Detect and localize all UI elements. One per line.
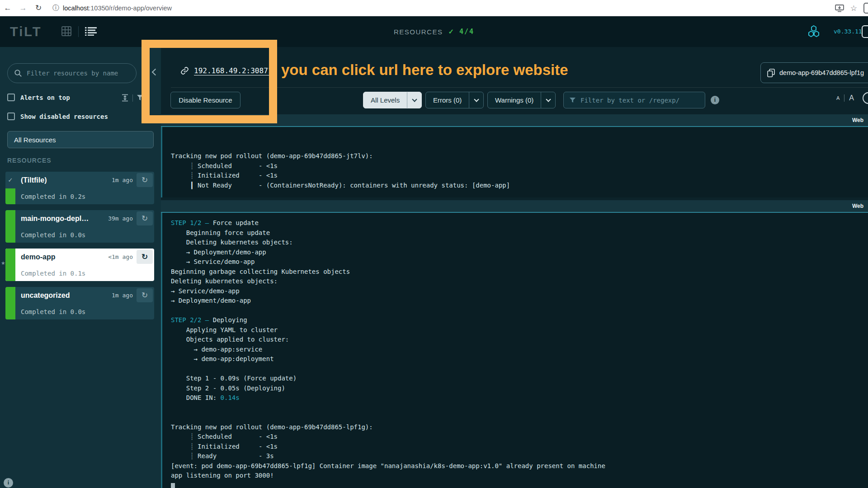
resource-status-bar [5, 265, 15, 281]
log-line: → Deployment/demo-app [171, 248, 868, 258]
log-line: ┊ Scheduled - <1s [171, 161, 868, 171]
resource-name: uncategorized [21, 291, 112, 300]
link-icon [180, 66, 189, 75]
resource-count: 4/4 [459, 28, 474, 36]
resource-search-box[interactable] [7, 63, 137, 83]
log-line: ┊ Initialized - <1s [171, 171, 868, 181]
resource-card[interactable]: uncategorized1m agoCompleted in 0.0s [5, 287, 154, 319]
log-pane: WebTracking new pod rollout (demo-app-69… [161, 114, 868, 488]
refresh-icon[interactable] [137, 211, 153, 225]
info-icon[interactable]: i [4, 478, 13, 488]
tilt-version-label[interactable]: v0.33.11 [834, 28, 862, 35]
refresh-icon[interactable] [137, 250, 153, 264]
endpoint-link[interactable]: 192.168.49.2:30871 [194, 66, 272, 75]
log-segment: STEP 1/2 — Force update Beginning force … [161, 213, 868, 488]
errors-count-label: Errors (0) [426, 92, 469, 108]
header-partial-icon[interactable] [862, 25, 868, 38]
log-line: STEP 2/2 — Deploying [171, 315, 868, 325]
resource-card[interactable]: ✓(Tiltfile)1m agoCompleted in 0.2s [5, 172, 154, 204]
log-line: ┊ Scheduled - <1s [171, 432, 868, 442]
address-bar[interactable]: localhost:10350/r/demo-app/overview [63, 5, 172, 12]
browser-reload-icon[interactable] [31, 3, 46, 13]
show-disabled-label: Show disabled resources [20, 113, 108, 120]
log-level-value: All Levels [363, 92, 407, 108]
log-line: Deleting kubernetes objects: [171, 238, 868, 248]
chevron-down-icon[interactable] [407, 92, 421, 108]
resource-status-text: Completed in 0.0s [15, 227, 154, 243]
resource-card[interactable]: main-mongo-depl…39m agoCompleted in 0.0s [5, 210, 154, 243]
search-input[interactable] [27, 70, 126, 77]
resource-name: demo-app [21, 253, 108, 261]
filter-info-icon[interactable]: i [711, 96, 719, 104]
errors-dropdown[interactable]: Errors (0) [425, 92, 484, 108]
resource-status-text: Completed in 0.0s [15, 304, 154, 319]
log-line: → Deployment/demo-app [171, 296, 868, 306]
cluster-hexagons-icon[interactable] [807, 24, 821, 39]
resource-status-bar [5, 249, 15, 265]
resource-status-text: Completed in 0.1s [15, 265, 154, 281]
site-info-icon[interactable]: ⓘ [52, 4, 59, 12]
alerts-on-top-row: Alerts on top [7, 94, 70, 101]
log-line: Beginning force update [171, 228, 868, 238]
history-partial-icon[interactable] [863, 92, 868, 104]
refresh-icon[interactable] [137, 173, 153, 187]
resource-list: ✓(Tiltfile)1m agoCompleted in 0.2smain-m… [5, 172, 154, 325]
chevron-down-icon[interactable] [541, 92, 555, 108]
chevron-down-icon[interactable] [469, 92, 483, 108]
log-source-button[interactable]: Web [852, 203, 868, 209]
resource-detail-pane: 192.168.49.2:30871 Disable Resource All … [161, 47, 868, 488]
log-source-button[interactable]: Web [852, 117, 868, 123]
resource-title-row: uncategorized1m ago [15, 287, 154, 304]
font-increase-button[interactable]: A [849, 94, 854, 102]
terminal-cursor [171, 483, 175, 488]
tilt-app-window: ⓘ localhost:10350/r/demo-app/overview ☆ … [0, 0, 868, 488]
log-filter-box[interactable] [563, 92, 705, 108]
resource-title-row: demo-app<1m ago [15, 249, 154, 265]
resource-card[interactable]: demo-app<1m agoCompleted in 0.1s [5, 249, 154, 281]
log-line: ┊ Ready - 3s [171, 451, 868, 461]
log-line: Tracking new pod rollout (demo-app-69b47… [171, 422, 868, 432]
sort-divider [132, 94, 133, 102]
log-line: Objects applied to cluster: [171, 335, 868, 345]
filter-order-icon[interactable] [137, 94, 143, 101]
show-disabled-checkbox[interactable] [7, 113, 15, 120]
alerts-on-top-checkbox[interactable] [7, 94, 15, 101]
log-line: Tracking new pod rollout (demo-app-69b47… [171, 151, 868, 161]
bookmark-star-icon[interactable]: ☆ [850, 4, 857, 13]
browser-back-icon[interactable] [0, 4, 15, 13]
resource-check-icon: ✓ [5, 172, 15, 188]
font-controls-divider [844, 94, 844, 102]
browser-forward-icon[interactable] [15, 4, 31, 13]
annotation-text: you can click url here to explore websit… [281, 61, 568, 79]
search-icon [14, 69, 22, 77]
detail-header-divider [171, 87, 868, 88]
log-line: → demo-app:deployment [171, 354, 868, 364]
log-level-dropdown[interactable]: All Levels [363, 92, 422, 108]
favorite-star-icon[interactable] [1, 260, 5, 266]
resource-status-text: Completed in 0.2s [15, 188, 154, 204]
warnings-dropdown[interactable]: Warnings (0) [487, 92, 556, 108]
log-line: → Service/demo-app [171, 286, 868, 296]
log-line: Step 1 - 0.09s (Force update) [171, 374, 868, 384]
warnings-count-label: Warnings (0) [488, 92, 541, 108]
resources-summary-label: RESOURCES [394, 28, 443, 36]
browser-profile-icon[interactable] [863, 3, 868, 14]
log-segment-header: Web [161, 114, 868, 127]
log-line [171, 413, 868, 422]
install-app-icon[interactable] [835, 4, 844, 13]
all-resources-button[interactable]: All Resources [7, 131, 154, 148]
log-line: Applying YAML to cluster [171, 325, 868, 335]
resource-age: <1m ago [108, 253, 133, 260]
refresh-icon[interactable] [137, 288, 153, 302]
resource-name: (Tiltfile) [21, 176, 112, 184]
disable-resource-button[interactable]: Disable Resource [170, 92, 241, 108]
log-filter-input[interactable] [580, 97, 693, 104]
log-line: [event: pod demo-app-69b47dd865-lpf1g] C… [171, 461, 868, 471]
healthy-check-icon: ✓ [448, 28, 454, 36]
copy-pod-name-button[interactable]: demo-app-69b47dd865-lpf1g [760, 62, 868, 83]
log-line: Deleting kubernetes objects: [171, 277, 868, 286]
log-line: ┊ Initialized - <1s [171, 442, 868, 452]
log-line: STEP 1/2 — Force update [171, 218, 868, 228]
font-decrease-button[interactable]: A [836, 95, 840, 101]
expand-all-icon[interactable] [121, 94, 129, 102]
